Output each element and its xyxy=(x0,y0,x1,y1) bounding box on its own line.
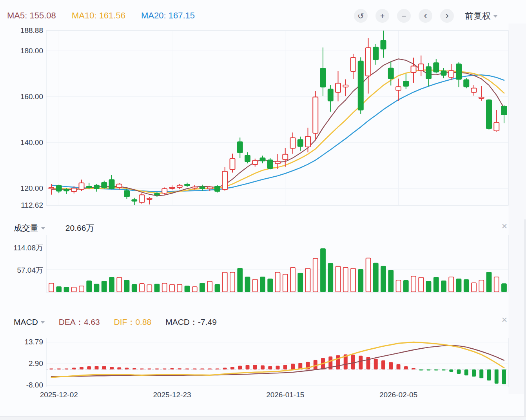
volume-bar xyxy=(147,285,152,292)
volume-bar xyxy=(419,277,423,292)
candle xyxy=(464,78,469,88)
volume-axis-label: 57.04万 xyxy=(2,265,43,275)
volume-bar xyxy=(351,268,356,292)
volume-current-value: 20.66万 xyxy=(65,223,94,232)
undo-button[interactable]: ↺ xyxy=(354,9,368,23)
macd-histogram-bar xyxy=(49,369,53,370)
volume-bar xyxy=(245,277,250,292)
ma5-legend: MA5: 155.08 xyxy=(7,11,56,20)
volume-bar xyxy=(374,263,378,292)
ma5-value: 155.08 xyxy=(29,11,56,20)
macd-axis-label: -8.00 xyxy=(2,381,43,389)
ma10-legend: MA10: 161.56 xyxy=(72,11,125,20)
minus-icon: − xyxy=(402,12,406,20)
macd-histogram-bar xyxy=(163,368,167,369)
macd-close-button[interactable]: ✕ xyxy=(499,315,510,325)
volume-bar xyxy=(306,268,310,292)
macd-histogram-bar xyxy=(57,369,61,370)
price-axis-label: 112.62 xyxy=(2,201,43,210)
volume-bar xyxy=(230,272,235,292)
dif-readout: DIF：0.88 xyxy=(114,317,152,326)
volume-bar xyxy=(207,281,212,292)
zoom-in-button[interactable]: + xyxy=(375,9,389,23)
stock-chart-canvas[interactable] xyxy=(0,0,526,420)
macd-histogram-bar xyxy=(449,369,453,372)
window-bottom-edge xyxy=(0,416,526,420)
date-axis-label: 2026-02-05 xyxy=(367,391,430,399)
volume-close-button[interactable]: ✕ xyxy=(499,221,510,231)
candle xyxy=(396,79,401,101)
candle xyxy=(456,62,461,87)
macd-histogram-bar xyxy=(140,369,144,370)
macd-histogram-bar xyxy=(185,369,189,370)
price-axis-label: 140.00 xyxy=(2,138,43,147)
macd-histogram-bar xyxy=(261,365,265,369)
volume-bar xyxy=(268,279,272,292)
macd-pane[interactable] xyxy=(46,338,508,387)
candle xyxy=(328,85,333,112)
close-icon: ✕ xyxy=(501,222,508,231)
volume-bar xyxy=(313,259,318,292)
candle xyxy=(351,54,356,79)
macd-histogram-bar xyxy=(457,369,461,374)
candle xyxy=(140,193,145,204)
candle xyxy=(200,185,205,190)
macd-indicator-dropdown[interactable]: MACD xyxy=(14,317,45,326)
volume-bar xyxy=(185,286,190,292)
macd-histogram-bar xyxy=(170,368,174,369)
ma10-value: 161.56 xyxy=(99,11,125,20)
scrollbar-track[interactable] xyxy=(524,219,526,416)
macd-histogram-bar xyxy=(238,366,242,369)
pan-right-button[interactable]: › xyxy=(440,9,454,23)
volume-bar xyxy=(457,279,461,292)
macd-axis-label: 2.90 xyxy=(2,359,43,368)
candle xyxy=(502,105,507,123)
volume-indicator-dropdown[interactable]: 成交量 xyxy=(14,223,45,232)
volume-bar xyxy=(177,284,182,292)
macd-histogram-bar xyxy=(427,369,431,371)
volume-bar xyxy=(396,280,401,292)
candle xyxy=(403,74,408,89)
macd-histogram-bar xyxy=(291,364,295,369)
macd-histogram-bar xyxy=(72,368,76,369)
macd-histogram-bar xyxy=(125,368,129,369)
candle xyxy=(290,132,296,154)
macd-histogram-bar xyxy=(381,360,385,369)
ma-legend: MA5: 155.08 MA10: 161.56 MA20: 167.15 xyxy=(7,11,208,21)
macd-histogram-bar xyxy=(487,369,491,380)
candle xyxy=(230,154,235,173)
candle xyxy=(147,197,152,205)
ma-line xyxy=(51,75,504,192)
macd-histogram-bar xyxy=(412,368,415,369)
macd-histogram-bar xyxy=(351,355,355,369)
candle xyxy=(433,59,439,73)
volume-bar xyxy=(283,274,288,292)
plus-icon: + xyxy=(380,12,385,20)
zoom-out-button[interactable]: − xyxy=(397,9,411,23)
macd-histogram-bar xyxy=(442,369,446,371)
volume-bar xyxy=(87,281,91,292)
macd-histogram-bar xyxy=(283,365,287,369)
volume-bar xyxy=(381,266,386,292)
volume-axis-label: 114.08万 xyxy=(2,243,43,253)
chart-toolbar: ↺+−‹› xyxy=(354,9,454,23)
price-adjust-dropdown[interactable]: 前复权 xyxy=(465,10,497,22)
volume-bar xyxy=(102,281,107,292)
volume-bar xyxy=(140,284,144,292)
macd-histogram-bar xyxy=(479,369,483,378)
macd-line xyxy=(51,342,504,377)
macd-histogram-bar xyxy=(246,365,250,369)
candle xyxy=(449,64,454,80)
main-price-pane[interactable] xyxy=(46,31,508,205)
candle xyxy=(94,184,99,192)
macd-title: MACD xyxy=(14,317,38,326)
candle xyxy=(102,181,107,188)
pan-left-button[interactable]: ‹ xyxy=(419,9,432,23)
macd-histogram-bar xyxy=(397,364,401,369)
volume-pane[interactable] xyxy=(46,235,508,292)
macd-histogram-bar xyxy=(155,369,159,370)
volume-bar xyxy=(321,249,325,292)
candle xyxy=(215,185,220,193)
volume-bar xyxy=(404,281,408,292)
plot-right-margin xyxy=(509,24,526,394)
